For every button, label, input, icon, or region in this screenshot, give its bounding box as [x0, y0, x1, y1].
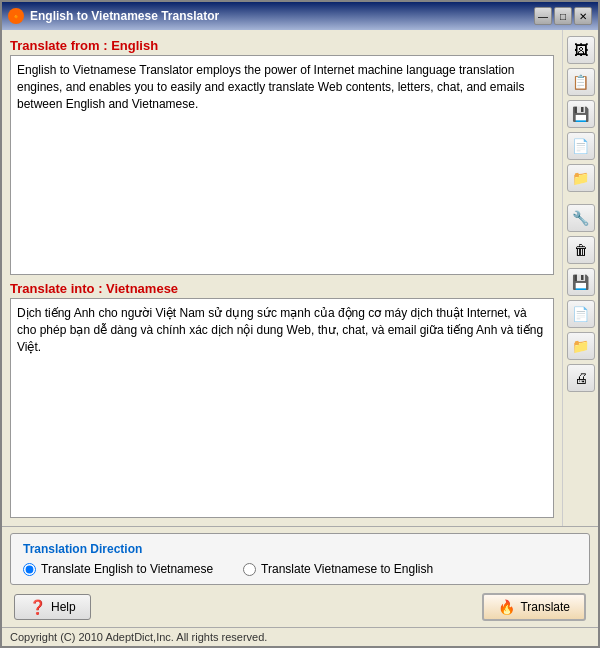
toolbar-paste-btn[interactable]: 📋	[567, 68, 595, 96]
toolbar-print-btn[interactable]: 🖨	[567, 364, 595, 392]
target-text-container	[10, 298, 554, 518]
toolbar-save-btn-1[interactable]: 💾	[567, 100, 595, 128]
translate-label: Translate	[520, 600, 570, 614]
source-section: Translate from : English	[10, 38, 554, 275]
help-label: Help	[51, 600, 76, 614]
button-row: ❓ Help 🔥 Translate	[10, 593, 590, 621]
source-text-container	[10, 55, 554, 275]
radio-en-vi-label: Translate English to Vietnamese	[41, 562, 213, 576]
title-controls: — □ ✕	[534, 7, 592, 25]
source-label: Translate from : English	[10, 38, 554, 53]
maximize-button[interactable]: □	[554, 7, 572, 25]
help-icon: ❓	[29, 599, 46, 615]
title-bar-left: 🔸 English to Vietnamese Translator	[8, 8, 219, 24]
copyright-text: Copyright (C) 2010 AdeptDict,Inc. All ri…	[10, 631, 267, 643]
main-window: 🔸 English to Vietnamese Translator — □ ✕…	[0, 0, 600, 648]
toolbar-open-btn-2[interactable]: 📁	[567, 332, 595, 360]
direction-title: Translation Direction	[23, 542, 577, 556]
main-content: Translate from : English Translate into …	[2, 30, 598, 526]
status-bar: Copyright (C) 2010 AdeptDict,Inc. All ri…	[2, 627, 598, 646]
target-label: Translate into : Vietnamese	[10, 281, 554, 296]
radio-option-en-vi[interactable]: Translate English to Vietnamese	[23, 562, 213, 576]
right-toolbar: 🖼 📋 💾 📄 📁 🔧 🗑 💾 📄 📁 🖨	[562, 30, 598, 526]
source-textarea[interactable]	[10, 55, 554, 275]
help-button[interactable]: ❓ Help	[14, 594, 91, 620]
toolbar-save-btn-2[interactable]: 💾	[567, 268, 595, 296]
left-panel: Translate from : English Translate into …	[2, 30, 562, 526]
toolbar-copy-btn-2[interactable]: 📄	[567, 300, 595, 328]
close-button[interactable]: ✕	[574, 7, 592, 25]
translation-direction-box: Translation Direction Translate English …	[10, 533, 590, 585]
fire-icon: 🔥	[498, 599, 515, 615]
toolbar-open-btn-1[interactable]: 📁	[567, 164, 595, 192]
target-section: Translate into : Vietnamese	[10, 281, 554, 518]
toolbar-settings-btn[interactable]: 🔧	[567, 204, 595, 232]
radio-vi-en-label: Translate Vietnamese to English	[261, 562, 433, 576]
toolbar-image-btn[interactable]: 🖼	[567, 36, 595, 64]
radio-option-vi-en[interactable]: Translate Vietnamese to English	[243, 562, 433, 576]
toolbar-clear-btn[interactable]: 🗑	[567, 236, 595, 264]
bottom-panel: Translation Direction Translate English …	[2, 526, 598, 627]
radio-en-vi[interactable]	[23, 563, 36, 576]
window-title: English to Vietnamese Translator	[30, 9, 219, 23]
translate-button[interactable]: 🔥 Translate	[482, 593, 586, 621]
radio-group: Translate English to Vietnamese Translat…	[23, 562, 577, 576]
radio-vi-en[interactable]	[243, 563, 256, 576]
minimize-button[interactable]: —	[534, 7, 552, 25]
app-icon: 🔸	[8, 8, 24, 24]
title-bar: 🔸 English to Vietnamese Translator — □ ✕	[2, 2, 598, 30]
toolbar-copy-btn-1[interactable]: 📄	[567, 132, 595, 160]
target-textarea[interactable]	[10, 298, 554, 518]
